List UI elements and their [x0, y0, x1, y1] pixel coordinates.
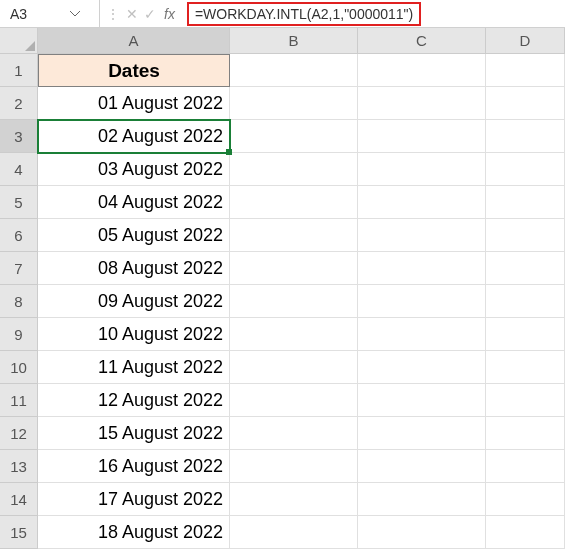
table-row: 10 August 2022 [38, 318, 565, 351]
cell[interactable] [358, 351, 486, 384]
cell[interactable] [486, 186, 565, 219]
cell[interactable]: 15 August 2022 [38, 417, 230, 450]
cell[interactable] [486, 450, 565, 483]
table-row: 12 August 2022 [38, 384, 565, 417]
cell-active[interactable]: 02 August 2022 [38, 120, 230, 153]
col-head-B[interactable]: B [230, 28, 358, 54]
row-head[interactable]: 8 [0, 285, 38, 318]
name-box[interactable] [8, 5, 68, 23]
cell[interactable] [230, 318, 358, 351]
table-row: 01 August 2022 [38, 87, 565, 120]
cell[interactable]: 18 August 2022 [38, 516, 230, 549]
cell[interactable] [230, 483, 358, 516]
formula-input-area[interactable]: =WORKDAY.INTL(A2,1,"0000011") [181, 0, 565, 27]
cell[interactable] [230, 54, 358, 87]
cell[interactable]: 03 August 2022 [38, 153, 230, 186]
row-head[interactable]: 7 [0, 252, 38, 285]
col-head-A[interactable]: A [38, 28, 230, 54]
cell[interactable] [358, 54, 486, 87]
cell[interactable] [358, 219, 486, 252]
cell[interactable] [486, 285, 565, 318]
cell[interactable] [230, 252, 358, 285]
cell[interactable] [358, 483, 486, 516]
col-head-C[interactable]: C [358, 28, 486, 54]
cell[interactable] [486, 87, 565, 120]
row-head[interactable]: 12 [0, 417, 38, 450]
row-head[interactable]: 3 [0, 120, 38, 153]
cell[interactable]: 01 August 2022 [38, 87, 230, 120]
cell[interactable] [230, 120, 358, 153]
cell[interactable] [486, 417, 565, 450]
check-icon: ✓ [144, 6, 156, 22]
row-head[interactable]: 1 [0, 54, 38, 87]
table-row: 08 August 2022 [38, 252, 565, 285]
row-head[interactable]: 15 [0, 516, 38, 549]
cell[interactable] [486, 252, 565, 285]
grid-body: 1 2 3 4 5 6 7 8 9 10 11 12 13 14 15 Date… [0, 54, 565, 549]
row-head[interactable]: 2 [0, 87, 38, 120]
cell[interactable] [486, 219, 565, 252]
cell[interactable] [358, 285, 486, 318]
cell[interactable] [230, 186, 358, 219]
cell[interactable] [230, 351, 358, 384]
row-head[interactable]: 11 [0, 384, 38, 417]
cell[interactable] [230, 516, 358, 549]
table-row: 17 August 2022 [38, 483, 565, 516]
cell[interactable]: 11 August 2022 [38, 351, 230, 384]
cell[interactable] [486, 153, 565, 186]
cell[interactable] [230, 285, 358, 318]
dots-icon: ⋮ [106, 6, 120, 22]
cell[interactable] [358, 87, 486, 120]
table-row: 11 August 2022 [38, 351, 565, 384]
cell[interactable]: 08 August 2022 [38, 252, 230, 285]
cell[interactable]: 05 August 2022 [38, 219, 230, 252]
cell[interactable] [230, 153, 358, 186]
cell[interactable] [230, 450, 358, 483]
chevron-down-icon[interactable] [68, 11, 82, 17]
row-head[interactable]: 9 [0, 318, 38, 351]
row-head[interactable]: 10 [0, 351, 38, 384]
col-head-D[interactable]: D [486, 28, 565, 54]
cell[interactable] [486, 351, 565, 384]
cell[interactable] [230, 219, 358, 252]
cell[interactable]: 10 August 2022 [38, 318, 230, 351]
cell[interactable] [358, 516, 486, 549]
fx-icon[interactable]: fx [164, 6, 175, 22]
cell[interactable] [358, 384, 486, 417]
cell[interactable]: 12 August 2022 [38, 384, 230, 417]
cell[interactable]: 17 August 2022 [38, 483, 230, 516]
cell[interactable] [486, 516, 565, 549]
cell[interactable] [230, 87, 358, 120]
table-row: 18 August 2022 [38, 516, 565, 549]
select-all-corner[interactable] [0, 28, 38, 54]
row-head[interactable]: 13 [0, 450, 38, 483]
cell[interactable] [486, 483, 565, 516]
cell[interactable] [230, 417, 358, 450]
cell[interactable] [486, 384, 565, 417]
cell[interactable] [358, 450, 486, 483]
row-head[interactable]: 14 [0, 483, 38, 516]
cell[interactable] [486, 54, 565, 87]
cell[interactable] [486, 120, 565, 153]
cell[interactable] [358, 417, 486, 450]
row-head[interactable]: 4 [0, 153, 38, 186]
table-row: 05 August 2022 [38, 219, 565, 252]
cell[interactable] [358, 153, 486, 186]
row-head[interactable]: 6 [0, 219, 38, 252]
formula-text[interactable]: =WORKDAY.INTL(A2,1,"0000011") [187, 2, 421, 26]
cell[interactable] [358, 318, 486, 351]
cell[interactable] [358, 186, 486, 219]
cell[interactable] [230, 384, 358, 417]
cell[interactable]: 04 August 2022 [38, 186, 230, 219]
cell[interactable] [486, 318, 565, 351]
row-head[interactable]: 5 [0, 186, 38, 219]
cell[interactable]: 09 August 2022 [38, 285, 230, 318]
cell[interactable] [358, 120, 486, 153]
name-box-wrap[interactable] [0, 0, 100, 27]
cell-A1-header[interactable]: Dates [38, 54, 230, 87]
cell[interactable]: 16 August 2022 [38, 450, 230, 483]
cell[interactable] [358, 252, 486, 285]
table-row: 04 August 2022 [38, 186, 565, 219]
cells-area: Dates 01 August 2022 02 August 2022 03 A… [38, 54, 565, 549]
table-row: 09 August 2022 [38, 285, 565, 318]
